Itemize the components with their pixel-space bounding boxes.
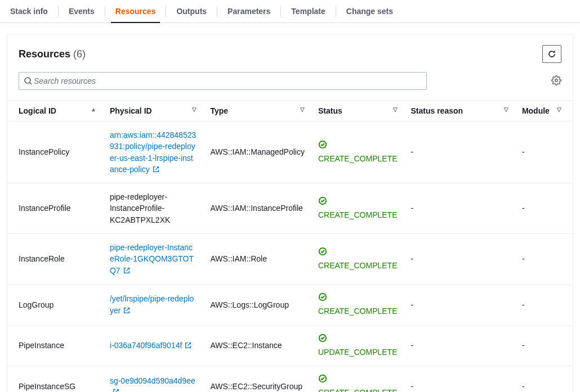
status-success-icon xyxy=(318,140,327,149)
cell-logical-id: InstanceRole xyxy=(7,234,103,285)
cell-status: CREATE_COMPLETE xyxy=(311,366,404,392)
settings-button[interactable] xyxy=(551,75,561,87)
gear-icon xyxy=(551,75,561,85)
col-label: Status xyxy=(318,106,342,115)
cell-status-reason: - xyxy=(404,183,515,234)
status-text: CREATE_COMPLETE xyxy=(318,154,398,163)
tab-outputs[interactable]: Outputs xyxy=(166,0,217,22)
cell-type: AWS::EC2::SecurityGroup xyxy=(203,366,311,392)
external-link-icon xyxy=(184,341,192,349)
cell-module: - xyxy=(515,284,573,325)
svg-point-0 xyxy=(25,78,30,83)
cell-physical-id[interactable]: /yet/lrspipe/pipe-redeployer xyxy=(103,284,203,325)
cell-logical-id: PipeInstanceSG xyxy=(7,366,103,392)
col-header-type[interactable]: Type ▽ xyxy=(203,101,311,121)
table-row: PipeInstancei-036a740f96af9014fAWS::EC2:… xyxy=(7,325,573,366)
table-row: LogGroup/yet/lrspipe/pipe-redeployerAWS:… xyxy=(7,284,573,325)
cell-type: AWS::Logs::LogGroup xyxy=(203,284,311,325)
filter-icon: ▽ xyxy=(300,106,305,112)
cell-module: - xyxy=(515,183,573,234)
table-row: InstancePolicyarn:aws:iam::442848523931:… xyxy=(7,121,573,183)
status-text: UPDATE_COMPLETE xyxy=(318,348,398,357)
tab-stack-info[interactable]: Stack info xyxy=(0,0,58,22)
svg-point-2 xyxy=(555,79,558,82)
cell-logical-id: InstancePolicy xyxy=(7,121,103,183)
external-link-icon xyxy=(123,267,131,274)
cell-status-reason: - xyxy=(404,234,515,285)
cell-status: CREATE_COMPLETE xyxy=(311,121,404,183)
external-link-icon xyxy=(123,307,131,314)
tab-events[interactable]: Events xyxy=(59,0,105,22)
status-text: CREATE_COMPLETE xyxy=(318,307,398,316)
tab-template[interactable]: Template xyxy=(281,0,335,22)
svg-line-1 xyxy=(30,83,32,84)
cell-module: - xyxy=(515,121,573,183)
cell-physical-id: pipe-redeployer-InstanceProfile-KC2ABTPX… xyxy=(103,183,203,234)
cell-module: - xyxy=(515,325,573,366)
cell-status: CREATE_COMPLETE xyxy=(311,284,404,325)
status-text: CREATE_COMPLETE xyxy=(318,210,398,219)
cell-status-reason: - xyxy=(404,121,515,183)
cell-physical-id[interactable]: arn:aws:iam::442848523931:policy/pipe-re… xyxy=(103,121,203,183)
cell-type: AWS::IAM::ManagedPolicy xyxy=(203,121,311,183)
cell-module: - xyxy=(515,366,573,392)
filter-icon: ▽ xyxy=(192,106,197,112)
search-icon xyxy=(24,76,33,85)
table-row: PipeInstanceSGsg-0e9d094d590a4d9eeAWS::E… xyxy=(7,366,573,392)
search-box[interactable] xyxy=(19,72,427,90)
cell-physical-id[interactable]: sg-0e9d094d590a4d9ee xyxy=(103,366,203,392)
tab-resources[interactable]: Resources xyxy=(105,0,166,22)
col-header-physical-id[interactable]: Physical ID ▽ xyxy=(103,101,203,121)
col-label: Type xyxy=(210,106,228,115)
tab-bar: Stack infoEventsResourcesOutputsParamete… xyxy=(0,0,580,23)
col-label: Physical ID xyxy=(110,106,152,115)
cell-physical-id[interactable]: pipe-redeployer-InstanceRole-1GKQOM3GTOT… xyxy=(103,234,203,285)
filter-icon: ▽ xyxy=(557,106,561,112)
external-link-icon xyxy=(112,388,120,392)
sort-asc-icon: ▲ xyxy=(91,106,96,112)
physical-id-link[interactable]: /yet/lrspipe/pipe-redeployer xyxy=(110,294,194,314)
cell-logical-id: PipeInstance xyxy=(7,325,103,366)
panel-count: (6) xyxy=(73,48,86,60)
refresh-icon xyxy=(547,49,556,58)
cell-logical-id: InstanceProfile xyxy=(7,183,103,234)
panel-header: Resources (6) xyxy=(7,35,573,66)
refresh-button[interactable] xyxy=(542,45,561,63)
status-text: CREATE_COMPLETE xyxy=(318,261,398,270)
col-label: Status reason xyxy=(411,106,463,115)
col-header-status[interactable]: Status ▽ xyxy=(311,101,404,121)
status-text: CREATE_COMPLETE xyxy=(318,388,398,392)
col-header-status-reason[interactable]: Status reason ▽ xyxy=(404,101,515,121)
col-header-module[interactable]: Module ▽ xyxy=(515,101,573,121)
external-link-icon xyxy=(152,165,160,173)
filter-icon: ▽ xyxy=(504,106,508,112)
status-success-icon xyxy=(318,334,327,343)
cell-status-reason: - xyxy=(404,325,515,366)
tab-parameters[interactable]: Parameters xyxy=(217,0,280,22)
physical-id-link[interactable]: i-036a740f96af9014f xyxy=(110,341,182,350)
cell-module: - xyxy=(515,234,573,285)
panel-title-text: Resources xyxy=(19,48,70,60)
cell-physical-id[interactable]: i-036a740f96af9014f xyxy=(103,325,203,366)
cell-type: AWS::IAM::InstanceProfile xyxy=(203,183,311,234)
status-success-icon xyxy=(318,374,327,383)
table-row: InstanceRolepipe-redeployer-InstanceRole… xyxy=(7,234,573,285)
col-header-logical-id[interactable]: Logical ID ▲ xyxy=(7,101,103,121)
tab-change-sets[interactable]: Change sets xyxy=(336,0,403,22)
filter-icon: ▽ xyxy=(393,106,398,112)
cell-logical-id: LogGroup xyxy=(7,284,103,325)
status-success-icon xyxy=(318,196,327,205)
table-row: InstanceProfilepipe-redeployer-InstanceP… xyxy=(7,183,573,234)
panel-title: Resources (6) xyxy=(19,48,86,60)
status-success-icon xyxy=(318,247,327,256)
resources-table: Logical ID ▲ Physical ID ▽ Type ▽ Status… xyxy=(7,100,573,392)
toolbar xyxy=(7,66,573,100)
status-success-icon xyxy=(318,292,327,301)
col-label: Logical ID xyxy=(19,106,56,115)
cell-status: UPDATE_COMPLETE xyxy=(311,325,404,366)
resources-panel: Resources (6) xyxy=(7,34,573,392)
cell-status: CREATE_COMPLETE xyxy=(311,234,404,285)
physical-id-link[interactable]: sg-0e9d094d590a4d9ee xyxy=(110,376,195,385)
cell-status: CREATE_COMPLETE xyxy=(311,183,404,234)
search-input[interactable] xyxy=(33,76,422,86)
